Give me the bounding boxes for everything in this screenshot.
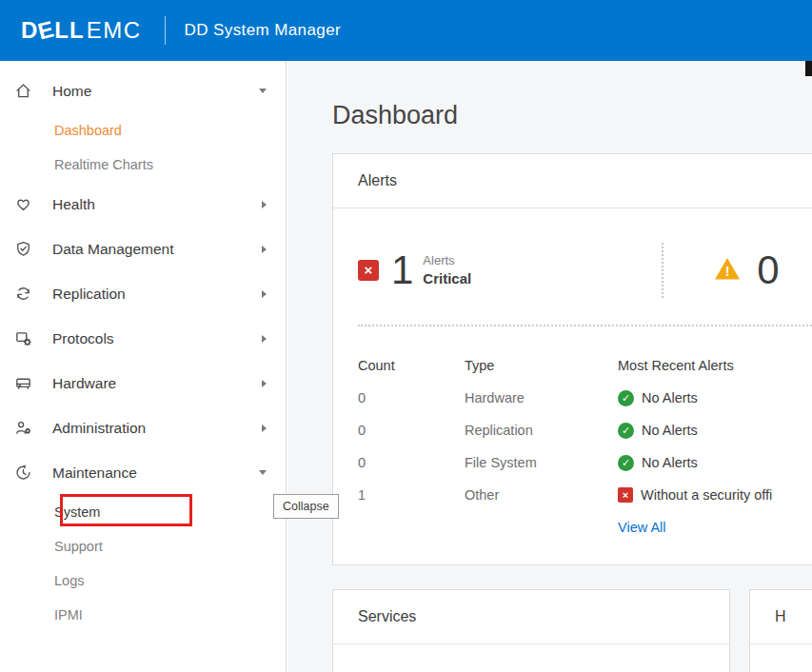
sidebar-item-label: Health [52, 196, 95, 213]
admin-gear-icon [14, 419, 32, 437]
critical-alert-icon: × [358, 260, 379, 281]
sidebar-nav: Home Dashboard Realtime Charts Health Da… [0, 61, 287, 672]
page-title: Dashboard [332, 101, 812, 130]
sidebar-item-label: Hardware [52, 375, 116, 392]
table-cell-status: ✓No Alerts [618, 414, 812, 446]
sidebar-item-label: Administration [52, 420, 146, 437]
summary-divider [662, 243, 663, 298]
table-cell-status: ✓No Alerts [618, 446, 812, 479]
status-message: Without a security offi [641, 487, 772, 503]
sidebar-item-health[interactable]: Health [0, 182, 286, 227]
table-cell-count: 1 [358, 479, 465, 511]
sidebar-item-logs[interactable]: Logs [0, 563, 286, 598]
critical-labels: Alerts Critical [423, 253, 471, 287]
table-cell-type: Hardware [465, 382, 618, 414]
top-bar: DELLEMC DD System Manager [0, 0, 812, 61]
svg-text:!: ! [725, 264, 730, 279]
collapse-tooltip: Collapse [273, 494, 339, 519]
sidebar-item-replication[interactable]: Replication [0, 271, 286, 316]
spacer-cell [465, 511, 618, 544]
sidebar-item-label: Protocols [52, 330, 114, 347]
home-icon [14, 82, 32, 100]
critical-alert-icon: × [618, 487, 633, 503]
sidebar-item-support[interactable]: Support [0, 529, 286, 563]
chevron-down-icon [259, 89, 267, 93]
chevron-right-icon [262, 425, 267, 432]
chevron-right-icon [262, 290, 267, 298]
ok-check-icon: ✓ [618, 455, 634, 471]
sidebar-item-realtime-charts[interactable]: Realtime Charts [0, 148, 286, 182]
sidebar-item-label: Maintenance [52, 464, 137, 482]
chevron-right-icon [262, 335, 267, 343]
sidebar-item-label: Home [52, 83, 91, 100]
sidebar-item-maintenance[interactable]: Maintenance [0, 450, 286, 495]
table-cell-type: Other [465, 479, 618, 511]
table-header-count: Count [358, 349, 465, 382]
alerts-summary: × 1 Alerts Critical ! 0 [333, 208, 812, 321]
table-cell-status: ✓No Alerts [618, 382, 812, 414]
sidebar-item-label: Replication [52, 286, 126, 303]
critical-label-bottom: Critical [423, 269, 471, 288]
protocols-icon [14, 329, 32, 347]
status-message: No Alerts [642, 390, 698, 405]
sidebar-item-label: Data Management [52, 241, 174, 258]
sidebar-item-home[interactable]: Home [0, 69, 286, 113]
vertical-scrollbar[interactable] [805, 61, 812, 76]
partial-right-card: H [749, 589, 812, 672]
services-card-title: Services [333, 590, 729, 644]
chevron-right-icon [262, 380, 267, 387]
chevron-right-icon [262, 246, 267, 253]
sidebar-item-system[interactable]: System [0, 495, 286, 529]
summary-table-separator [358, 325, 812, 326]
sidebar-item-data-management[interactable]: Data Management [0, 227, 286, 271]
table-header-recent: Most Recent Alerts [618, 349, 812, 382]
critical-label-top: Alerts [423, 253, 471, 269]
table-header-type: Type [465, 349, 618, 382]
logo-emc: EMC [87, 17, 142, 44]
card-bottom-padding [333, 544, 812, 564]
sidebar-item-dashboard[interactable]: Dashboard [0, 113, 286, 148]
shield-icon [14, 240, 32, 258]
chevron-down-icon [259, 470, 267, 475]
sidebar-item-administration[interactable]: Administration [0, 405, 286, 450]
table-cell-type: Replication [465, 414, 618, 446]
dell-emc-logo: DELLEMC [21, 17, 142, 44]
services-card: Services [332, 589, 730, 672]
history-clock-icon [14, 464, 32, 482]
table-cell-type: File System [465, 446, 618, 479]
warning-count: 0 [757, 250, 779, 290]
app-title: DD System Manager [185, 21, 342, 40]
topbar-divider [165, 16, 166, 45]
hardware-icon [14, 374, 32, 392]
table-cell-count: 0 [358, 414, 465, 446]
alerts-card-title: Alerts [333, 154, 812, 208]
warning-triangle-icon: ! [713, 256, 742, 286]
critical-count: 1 [391, 250, 413, 290]
table-cell-count: 0 [358, 446, 465, 479]
sidebar-item-hardware[interactable]: Hardware [0, 361, 286, 405]
chevron-right-icon [262, 201, 267, 208]
table-cell-status: ×Without a security offi [618, 479, 812, 511]
main-content: Dashboard Alerts × 1 Alerts Critical ! 0… [287, 61, 812, 672]
ok-check-icon: ✓ [618, 390, 634, 406]
sidebar-item-protocols[interactable]: Protocols [0, 316, 286, 361]
sidebar-item-ipmi[interactable]: IPMI [0, 598, 286, 632]
logo-letters-ll: LL [54, 17, 84, 44]
sync-icon [14, 285, 32, 303]
status-message: No Alerts [642, 423, 698, 438]
ok-check-icon: ✓ [618, 423, 634, 439]
status-message: No Alerts [642, 455, 698, 470]
alerts-table: Count Type Most Recent Alerts 0 Hardware… [358, 349, 812, 544]
alerts-card: Alerts × 1 Alerts Critical ! 0 Count Typ… [332, 153, 812, 565]
lower-cards-row: Services H [332, 589, 812, 672]
partial-card-title: H [750, 590, 812, 644]
spacer-cell [358, 511, 465, 544]
view-all-link[interactable]: View All [618, 511, 812, 544]
heart-icon [14, 195, 32, 213]
table-cell-count: 0 [358, 382, 465, 414]
